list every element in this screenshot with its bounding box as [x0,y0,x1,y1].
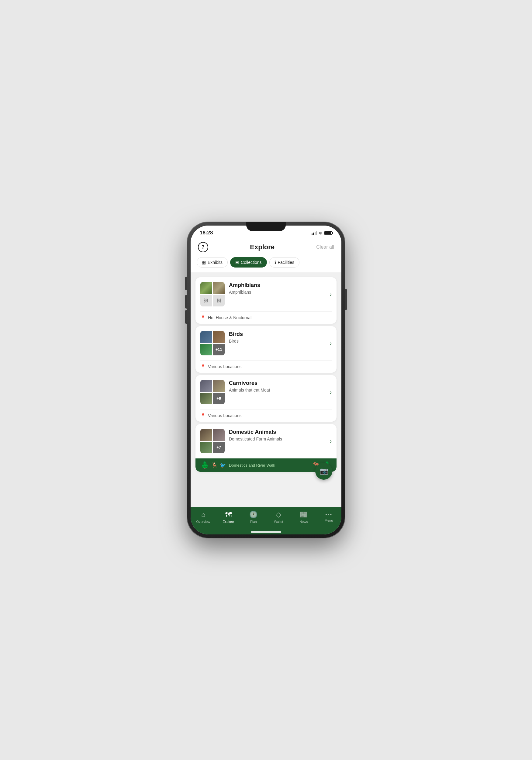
clear-all-button[interactable]: Clear all [316,244,334,250]
nav-item-wallet[interactable]: ◇ Wallet [269,511,288,523]
card-subtitle-carnivores: Animals that eat Meat [229,388,325,393]
carnivore-img-count: +9 [213,393,225,404]
nav-item-news[interactable]: 📰 News [295,511,313,523]
nav-item-overview[interactable]: ⌂ Overview [194,511,212,523]
card-images-amphibians [200,282,225,307]
card-subtitle-domestic: Domesticated Farm Animals [229,437,325,442]
card-main-carnivores: +9 Carnivores Animals that eat Meat › [195,375,337,409]
battery-icon [324,231,332,235]
wallet-icon: ◇ [276,511,281,519]
scenic-location-text: Domestics and River Walk [229,463,275,467]
tab-bar: ▦ Exhibits ⊞ Collections ℹ Facilities [191,257,341,272]
nav-item-plan[interactable]: 🕐 Plan [244,511,263,523]
card-title-birds: Birds [229,331,325,337]
bird-img-2 [213,331,225,343]
collection-card-birds[interactable]: +11 Birds Birds › 📍 Various Locations [195,326,337,373]
location-icon-birds: 📍 [200,364,206,369]
status-icons: ⊛ [312,230,332,235]
menu-icon: ••• [325,512,332,517]
overview-icon: ⌂ [201,511,205,519]
card-images-birds: +11 [200,331,225,356]
exhibits-icon: ▦ [202,260,206,265]
carnivore-img-1 [200,380,212,392]
card-location-amphibians: 📍 Hot House & Nocturnal [195,311,337,324]
bird-img-1 [200,331,212,343]
card-subtitle-birds: Birds [229,339,325,344]
location-text-carnivores: Various Locations [208,413,241,418]
card-arrow-amphibians: › [330,291,332,298]
wifi-icon: ⊛ [319,230,322,235]
tab-facilities-label: Facilities [278,260,294,265]
amphibian-img-2 [213,282,225,294]
nav-item-menu[interactable]: ••• Menu [320,512,338,522]
signal-icon [312,231,317,235]
card-title-amphibians: Amphibians [229,282,325,289]
bird-silhouette: 🐦 [220,462,226,468]
amphibian-img-1 [200,282,212,294]
card-main-domestic: +7 Domestic Animals Domesticated Farm An… [195,424,337,458]
card-main-birds: +11 Birds Birds › [195,326,337,360]
card-title-domestic: Domestic Animals [229,429,325,435]
domestic-img-count: +7 [213,442,225,453]
location-text-birds: Various Locations [208,364,241,369]
nav-label-explore: Explore [222,520,234,523]
divider [191,272,341,275]
status-time: 18:28 [200,230,213,236]
card-title-carnivores: Carnivores [229,380,325,386]
location-icon-amphibians: 📍 [200,315,206,320]
tab-facilities[interactable]: ℹ Facilities [269,257,300,267]
nav-label-plan: Plan [250,520,257,523]
carnivore-img-3 [200,393,212,404]
news-icon: 📰 [300,511,308,519]
domestic-img-3 [200,442,212,453]
amphibian-img-4 [213,295,225,307]
battery-fill [325,232,331,234]
card-images-carnivores: +9 [200,380,225,404]
app-header: ? Explore Clear all [191,238,341,257]
collection-card-domestic[interactable]: +7 Domestic Animals Domesticated Farm An… [195,424,337,472]
nav-label-overview: Overview [196,520,210,523]
phone-screen: 18:28 ⊛ ? Explore Clear all ▦ Exhibits [191,225,341,535]
nav-label-news: News [300,520,308,523]
camera-fab-button[interactable]: 📷 [315,463,332,480]
carnivore-img-2 [213,380,225,392]
card-main-amphibians: Amphibians Amphibians › [195,277,337,311]
phone-frame: 18:28 ⊛ ? Explore Clear all ▦ Exhibits [187,222,345,538]
card-info-carnivores: Carnivores Animals that eat Meat [229,380,325,393]
location-icon-carnivores: 📍 [200,413,206,418]
tree-silhouette-1: 🌲 [200,461,210,469]
tab-collections[interactable]: ⊞ Collections [230,257,266,267]
collection-card-carnivores[interactable]: +9 Carnivores Animals that eat Meat › 📍 … [195,375,337,422]
home-indicator [251,531,281,533]
bottom-nav: ⌂ Overview 🗺 Explore 🕐 Plan ◇ Wallet 📰 N… [191,507,341,530]
card-location-carnivores: 📍 Various Locations [195,409,337,422]
bird-img-count: +11 [213,344,225,356]
card-arrow-birds: › [330,340,332,347]
help-button[interactable]: ? [198,242,208,252]
card-arrow-domestic: › [330,438,332,445]
card-info-birds: Birds Birds [229,331,325,344]
tab-exhibits[interactable]: ▦ Exhibits [197,257,228,267]
nav-item-explore[interactable]: 🗺 Explore [219,511,237,523]
collection-card-amphibians[interactable]: Amphibians Amphibians › 📍 Hot House & No… [195,277,337,324]
facilities-icon: ℹ [274,260,276,265]
tab-exhibits-label: Exhibits [208,260,222,265]
page-title: Explore [250,243,274,251]
card-info-domestic: Domestic Animals Domesticated Farm Anima… [229,429,325,442]
tab-collections-label: Collections [241,260,262,265]
card-location-birds: 📍 Various Locations [195,360,337,373]
explore-icon: 🗺 [225,511,232,519]
home-indicator-bar [191,530,341,535]
card-info-amphibians: Amphibians Amphibians [229,282,325,295]
card-arrow-carnivores: › [330,389,332,396]
card-images-domestic: +7 [200,429,225,453]
domestic-img-2 [213,429,225,441]
collections-icon: ⊞ [235,260,239,265]
card-subtitle-amphibians: Amphibians [229,290,325,295]
location-text-amphibians: Hot House & Nocturnal [208,315,251,320]
amphibian-img-3 [200,295,212,307]
nav-label-menu: Menu [325,519,333,522]
deer-silhouette: 🦌 [211,462,218,468]
bird-img-3 [200,344,212,356]
domestic-img-1 [200,429,212,441]
